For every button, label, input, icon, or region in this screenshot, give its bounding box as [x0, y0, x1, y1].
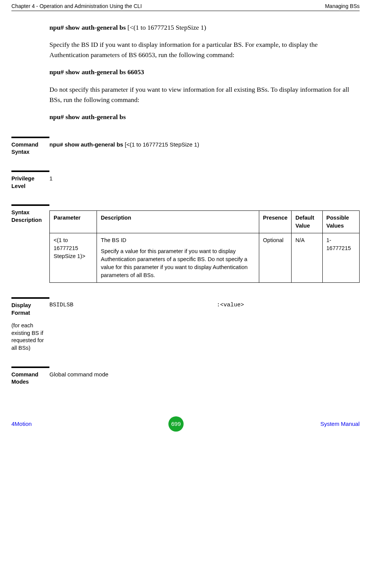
footer-right: System Manual	[320, 421, 360, 427]
cmd1-args: [<(1 to 16777215 StepSize 1)	[127, 24, 206, 31]
page-number-badge: 699	[168, 416, 184, 432]
th-possible-values: Possible Values	[322, 211, 359, 233]
td-presence: Optional	[259, 233, 292, 283]
section-privilege-level: Privilege Level 1	[11, 171, 360, 190]
content-command-modes: Global command mode	[49, 367, 360, 378]
page-header: Chapter 4 - Operation and Administration…	[11, 0, 360, 11]
section-display-format: Display Format (for each existing BS if …	[11, 297, 360, 352]
label-command-syntax: Command Syntax	[11, 137, 49, 156]
paragraph-1: Specify the BS ID if you want to display…	[49, 40, 356, 60]
content-privilege-level: 1	[49, 171, 360, 182]
display-format-key: BSIDLSB	[49, 301, 217, 309]
syntax-table: Parameter Description Presence Default V…	[49, 210, 360, 283]
label-display-format: Display Format (for each existing BS if …	[11, 297, 49, 352]
command-line-1: npu# show auth-general bs [<(1 to 167772…	[49, 22, 356, 33]
content-display-format: BSIDLSB :<value>	[49, 297, 360, 309]
desc-p2: Specify a value for this parameter if yo…	[101, 247, 255, 279]
section-command-syntax: Command Syntax npu# show auth-general bs…	[11, 137, 360, 156]
section-command-modes: Command Modes Global command mode	[11, 367, 360, 386]
desc-p1: The BS ID	[101, 236, 255, 244]
th-parameter: Parameter	[50, 211, 97, 233]
header-right: Managing BSs	[325, 3, 360, 9]
td-possible-values: 1-16777215	[322, 233, 359, 283]
page-footer: 4Motion 699 System Manual	[0, 416, 371, 438]
th-presence: Presence	[259, 211, 292, 233]
th-default-value: Default Value	[292, 211, 322, 233]
label-display-format-sub: (for each existing BS if requested for a…	[11, 322, 47, 352]
section-syntax-description: Syntax Description Parameter Description…	[11, 204, 360, 283]
cmd-syntax-rest: [<(1 to 16777215 StepSize 1)	[125, 141, 199, 148]
header-rule	[11, 11, 360, 11]
header-left: Chapter 4 - Operation and Administration…	[11, 3, 142, 9]
content-command-syntax: npu# show auth-general bs [<(1 to 167772…	[49, 137, 360, 148]
table-header-row: Parameter Description Presence Default V…	[50, 211, 360, 233]
label-privilege-level: Privilege Level	[11, 171, 49, 190]
td-default-value: N/A	[292, 233, 322, 283]
cmd-syntax-bold: npu# show auth-general bs	[49, 141, 125, 148]
paragraph-2: Do not specify this parameter if you wan…	[49, 84, 356, 105]
label-syntax-description: Syntax Description	[11, 204, 49, 224]
command-line-2: npu# show auth-general bs 66053	[49, 67, 356, 77]
th-description: Description	[97, 211, 259, 233]
body-content: npu# show auth-general bs [<(1 to 167772…	[49, 22, 356, 122]
td-description: The BS ID Specify a value for this param…	[97, 233, 259, 283]
cmd1-bold: npu# show auth-general bs	[49, 24, 127, 31]
footer-left: 4Motion	[11, 421, 32, 427]
display-format-line: BSIDLSB :<value>	[49, 301, 360, 309]
table-row: <(1 to 16777215 StepSize 1)> The BS ID S…	[50, 233, 360, 283]
content-syntax-description: Parameter Description Presence Default V…	[49, 204, 360, 283]
label-display-format-main: Display Format	[11, 302, 31, 316]
td-parameter: <(1 to 16777215 StepSize 1)>	[50, 233, 97, 283]
display-format-value: :<value>	[217, 301, 244, 309]
command-line-3: npu# show auth-general bs	[49, 112, 356, 122]
label-command-modes: Command Modes	[11, 367, 49, 386]
